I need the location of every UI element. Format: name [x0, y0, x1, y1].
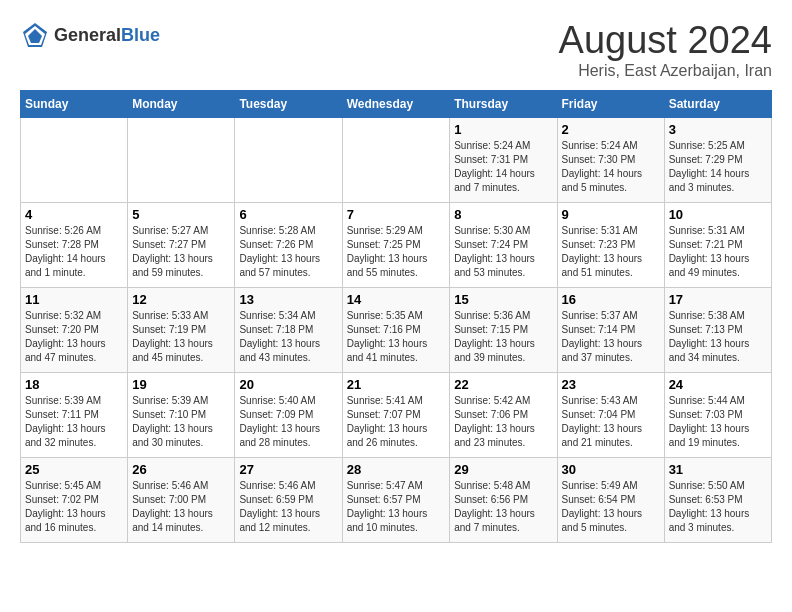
calendar-cell: 3Sunrise: 5:25 AM Sunset: 7:29 PM Daylig…: [664, 117, 771, 202]
header: GeneralBlue August 2024 Heris, East Azer…: [20, 20, 772, 80]
calendar-cell: 15Sunrise: 5:36 AM Sunset: 7:15 PM Dayli…: [450, 287, 557, 372]
day-info: Sunrise: 5:33 AM Sunset: 7:19 PM Dayligh…: [132, 309, 230, 365]
col-header-wednesday: Wednesday: [342, 90, 450, 117]
day-number: 1: [454, 122, 552, 137]
day-info: Sunrise: 5:46 AM Sunset: 7:00 PM Dayligh…: [132, 479, 230, 535]
title-area: August 2024 Heris, East Azerbaijan, Iran: [559, 20, 772, 80]
day-number: 9: [562, 207, 660, 222]
page-title: August 2024: [559, 20, 772, 62]
calendar-cell: 29Sunrise: 5:48 AM Sunset: 6:56 PM Dayli…: [450, 457, 557, 542]
logo: GeneralBlue: [20, 20, 160, 50]
day-number: 23: [562, 377, 660, 392]
day-info: Sunrise: 5:31 AM Sunset: 7:23 PM Dayligh…: [562, 224, 660, 280]
day-number: 4: [25, 207, 123, 222]
day-number: 31: [669, 462, 767, 477]
day-number: 14: [347, 292, 446, 307]
day-info: Sunrise: 5:45 AM Sunset: 7:02 PM Dayligh…: [25, 479, 123, 535]
calendar-week-row: 4Sunrise: 5:26 AM Sunset: 7:28 PM Daylig…: [21, 202, 772, 287]
calendar-cell: 28Sunrise: 5:47 AM Sunset: 6:57 PM Dayli…: [342, 457, 450, 542]
day-number: 20: [239, 377, 337, 392]
day-info: Sunrise: 5:31 AM Sunset: 7:21 PM Dayligh…: [669, 224, 767, 280]
day-info: Sunrise: 5:47 AM Sunset: 6:57 PM Dayligh…: [347, 479, 446, 535]
day-info: Sunrise: 5:41 AM Sunset: 7:07 PM Dayligh…: [347, 394, 446, 450]
calendar-cell: 9Sunrise: 5:31 AM Sunset: 7:23 PM Daylig…: [557, 202, 664, 287]
day-info: Sunrise: 5:38 AM Sunset: 7:13 PM Dayligh…: [669, 309, 767, 365]
day-info: Sunrise: 5:24 AM Sunset: 7:30 PM Dayligh…: [562, 139, 660, 195]
day-info: Sunrise: 5:49 AM Sunset: 6:54 PM Dayligh…: [562, 479, 660, 535]
calendar-cell: [342, 117, 450, 202]
calendar-cell: 18Sunrise: 5:39 AM Sunset: 7:11 PM Dayli…: [21, 372, 128, 457]
calendar-cell: 21Sunrise: 5:41 AM Sunset: 7:07 PM Dayli…: [342, 372, 450, 457]
day-number: 30: [562, 462, 660, 477]
calendar-header-row: SundayMondayTuesdayWednesdayThursdayFrid…: [21, 90, 772, 117]
calendar-cell: [21, 117, 128, 202]
day-info: Sunrise: 5:36 AM Sunset: 7:15 PM Dayligh…: [454, 309, 552, 365]
page-subtitle: Heris, East Azerbaijan, Iran: [559, 62, 772, 80]
day-info: Sunrise: 5:46 AM Sunset: 6:59 PM Dayligh…: [239, 479, 337, 535]
logo-blue-text: Blue: [121, 25, 160, 45]
day-number: 27: [239, 462, 337, 477]
day-number: 3: [669, 122, 767, 137]
day-number: 26: [132, 462, 230, 477]
calendar-cell: 30Sunrise: 5:49 AM Sunset: 6:54 PM Dayli…: [557, 457, 664, 542]
col-header-monday: Monday: [128, 90, 235, 117]
col-header-sunday: Sunday: [21, 90, 128, 117]
calendar-cell: 24Sunrise: 5:44 AM Sunset: 7:03 PM Dayli…: [664, 372, 771, 457]
day-info: Sunrise: 5:34 AM Sunset: 7:18 PM Dayligh…: [239, 309, 337, 365]
day-info: Sunrise: 5:27 AM Sunset: 7:27 PM Dayligh…: [132, 224, 230, 280]
day-number: 28: [347, 462, 446, 477]
day-info: Sunrise: 5:40 AM Sunset: 7:09 PM Dayligh…: [239, 394, 337, 450]
calendar-cell: 13Sunrise: 5:34 AM Sunset: 7:18 PM Dayli…: [235, 287, 342, 372]
day-number: 21: [347, 377, 446, 392]
day-info: Sunrise: 5:37 AM Sunset: 7:14 PM Dayligh…: [562, 309, 660, 365]
day-number: 16: [562, 292, 660, 307]
calendar-cell: 1Sunrise: 5:24 AM Sunset: 7:31 PM Daylig…: [450, 117, 557, 202]
calendar-cell: 5Sunrise: 5:27 AM Sunset: 7:27 PM Daylig…: [128, 202, 235, 287]
logo-general-text: General: [54, 25, 121, 45]
col-header-saturday: Saturday: [664, 90, 771, 117]
calendar-cell: 19Sunrise: 5:39 AM Sunset: 7:10 PM Dayli…: [128, 372, 235, 457]
calendar-week-row: 11Sunrise: 5:32 AM Sunset: 7:20 PM Dayli…: [21, 287, 772, 372]
day-info: Sunrise: 5:48 AM Sunset: 6:56 PM Dayligh…: [454, 479, 552, 535]
day-number: 22: [454, 377, 552, 392]
day-info: Sunrise: 5:25 AM Sunset: 7:29 PM Dayligh…: [669, 139, 767, 195]
day-number: 8: [454, 207, 552, 222]
day-info: Sunrise: 5:39 AM Sunset: 7:10 PM Dayligh…: [132, 394, 230, 450]
calendar-cell: [235, 117, 342, 202]
calendar-cell: 10Sunrise: 5:31 AM Sunset: 7:21 PM Dayli…: [664, 202, 771, 287]
day-number: 11: [25, 292, 123, 307]
day-info: Sunrise: 5:28 AM Sunset: 7:26 PM Dayligh…: [239, 224, 337, 280]
day-info: Sunrise: 5:24 AM Sunset: 7:31 PM Dayligh…: [454, 139, 552, 195]
day-number: 15: [454, 292, 552, 307]
day-number: 19: [132, 377, 230, 392]
calendar-cell: 20Sunrise: 5:40 AM Sunset: 7:09 PM Dayli…: [235, 372, 342, 457]
day-info: Sunrise: 5:42 AM Sunset: 7:06 PM Dayligh…: [454, 394, 552, 450]
calendar-cell: 8Sunrise: 5:30 AM Sunset: 7:24 PM Daylig…: [450, 202, 557, 287]
col-header-friday: Friday: [557, 90, 664, 117]
day-info: Sunrise: 5:39 AM Sunset: 7:11 PM Dayligh…: [25, 394, 123, 450]
calendar-cell: 17Sunrise: 5:38 AM Sunset: 7:13 PM Dayli…: [664, 287, 771, 372]
day-info: Sunrise: 5:32 AM Sunset: 7:20 PM Dayligh…: [25, 309, 123, 365]
calendar-cell: 16Sunrise: 5:37 AM Sunset: 7:14 PM Dayli…: [557, 287, 664, 372]
logo-icon: [20, 20, 50, 50]
calendar-cell: 11Sunrise: 5:32 AM Sunset: 7:20 PM Dayli…: [21, 287, 128, 372]
calendar-cell: 6Sunrise: 5:28 AM Sunset: 7:26 PM Daylig…: [235, 202, 342, 287]
day-number: 17: [669, 292, 767, 307]
calendar-cell: 25Sunrise: 5:45 AM Sunset: 7:02 PM Dayli…: [21, 457, 128, 542]
calendar-cell: 12Sunrise: 5:33 AM Sunset: 7:19 PM Dayli…: [128, 287, 235, 372]
calendar-cell: 4Sunrise: 5:26 AM Sunset: 7:28 PM Daylig…: [21, 202, 128, 287]
day-info: Sunrise: 5:30 AM Sunset: 7:24 PM Dayligh…: [454, 224, 552, 280]
calendar-cell: 31Sunrise: 5:50 AM Sunset: 6:53 PM Dayli…: [664, 457, 771, 542]
calendar-cell: 22Sunrise: 5:42 AM Sunset: 7:06 PM Dayli…: [450, 372, 557, 457]
day-number: 2: [562, 122, 660, 137]
day-number: 29: [454, 462, 552, 477]
calendar-cell: 27Sunrise: 5:46 AM Sunset: 6:59 PM Dayli…: [235, 457, 342, 542]
calendar-cell: [128, 117, 235, 202]
day-number: 5: [132, 207, 230, 222]
calendar-week-row: 25Sunrise: 5:45 AM Sunset: 7:02 PM Dayli…: [21, 457, 772, 542]
day-info: Sunrise: 5:29 AM Sunset: 7:25 PM Dayligh…: [347, 224, 446, 280]
day-number: 13: [239, 292, 337, 307]
day-number: 7: [347, 207, 446, 222]
calendar-cell: 26Sunrise: 5:46 AM Sunset: 7:00 PM Dayli…: [128, 457, 235, 542]
calendar-cell: 7Sunrise: 5:29 AM Sunset: 7:25 PM Daylig…: [342, 202, 450, 287]
